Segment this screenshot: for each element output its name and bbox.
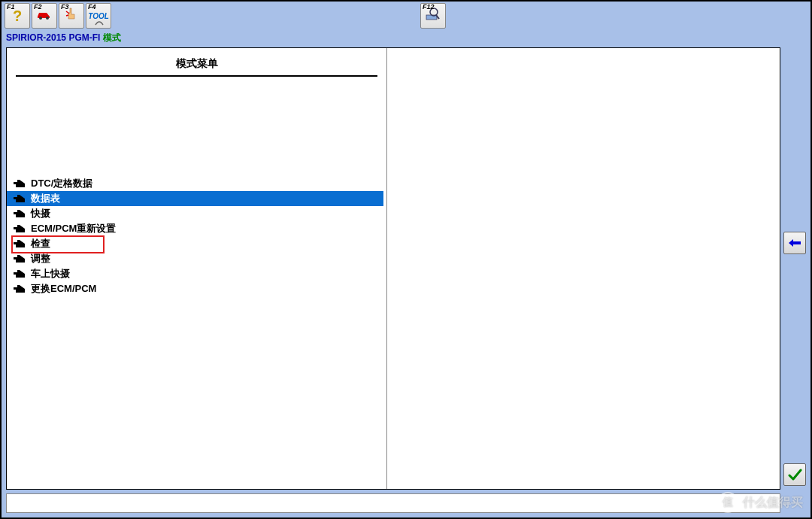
hand-pointer-icon [13, 284, 26, 294]
svg-line-2 [66, 11, 69, 14]
breadcrumb: SPIRIOR-2015 PGM-FI 模式 [2, 30, 810, 46]
breadcrumb-vehicle: SPIRIOR-2015 [6, 32, 66, 43]
menu-item-5[interactable]: 调整 [7, 251, 386, 266]
f2-label: F2 [34, 3, 42, 11]
hand-pointer-icon [13, 238, 26, 249]
hand-pointer-icon [13, 269, 26, 279]
menu-item-1[interactable]: 数据表 [7, 191, 383, 206]
f4-button[interactable]: F4 TOOL [86, 3, 111, 29]
menu-item-label: 检查 [31, 237, 50, 250]
f2-button[interactable]: F2 [32, 3, 57, 29]
breadcrumb-system: PGM-FI [68, 32, 100, 43]
f1-button[interactable]: F1 ? [5, 3, 30, 29]
f12-label: F12 [423, 3, 435, 11]
left-panel: 模式菜单 DTC/定格数据数据表快摄ECM/PCM重新设置检查调整车上快摄更换E… [7, 48, 387, 489]
right-panel [387, 48, 780, 489]
svg-point-0 [39, 17, 42, 20]
panel-title: 模式菜单 [7, 57, 386, 75]
title-underline [16, 75, 377, 77]
menu-item-7[interactable]: 更换ECM/PCM [7, 281, 386, 296]
menu-item-4[interactable]: 检查 [7, 236, 386, 251]
ok-button[interactable] [783, 463, 806, 486]
f1-label: F1 [7, 3, 15, 11]
svg-line-3 [66, 15, 68, 16]
hand-pointer-icon [13, 223, 26, 234]
f3-button[interactable]: F3 [59, 3, 84, 29]
hand-pointer-icon [13, 208, 26, 219]
toolbar: F1 ? F2 F3 F4 TOOL F12 [2, 2, 810, 30]
hand-pointer-icon [13, 178, 26, 189]
menu-item-label: 更换ECM/PCM [31, 282, 96, 296]
hand-pointer-icon [13, 253, 26, 264]
menu-item-label: DTC/定格数据 [31, 177, 92, 190]
menu-item-6[interactable]: 车上快摄 [7, 266, 386, 281]
arrow-left-icon [787, 238, 802, 248]
main-area: 模式菜单 DTC/定格数据数据表快摄ECM/PCM重新设置检查调整车上快摄更换E… [6, 47, 780, 490]
menu-item-0[interactable]: DTC/定格数据 [7, 176, 386, 191]
status-bar [6, 493, 780, 513]
breadcrumb-mode: 模式 [103, 32, 121, 43]
menu-item-label: 调整 [31, 252, 50, 266]
menu-item-2[interactable]: 快摄 [7, 206, 386, 221]
svg-point-1 [46, 17, 49, 20]
menu-item-label: 快摄 [31, 207, 50, 220]
menu-item-3[interactable]: ECM/PCM重新设置 [7, 221, 386, 236]
menu-list: DTC/定格数据数据表快摄ECM/PCM重新设置检查调整车上快摄更换ECM/PC… [7, 176, 386, 296]
car-icon [36, 9, 53, 23]
menu-item-label: 数据表 [31, 192, 60, 205]
check-icon [787, 467, 802, 482]
menu-item-label: 车上快摄 [31, 267, 70, 281]
back-button[interactable] [783, 232, 806, 254]
f4-label: F4 [88, 3, 96, 11]
f12-button[interactable]: F12 [420, 3, 446, 29]
f3-label: F3 [61, 3, 69, 11]
menu-item-label: ECM/PCM重新设置 [31, 222, 116, 235]
hand-pointer-icon [13, 193, 26, 204]
